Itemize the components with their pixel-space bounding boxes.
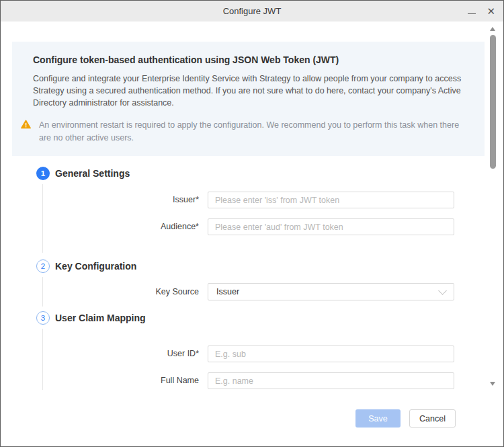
step-3-indicator: 3: [36, 311, 50, 325]
titlebar: Configure JWT ✕: [1, 1, 503, 22]
user-id-input[interactable]: [208, 346, 454, 362]
full-name-input[interactable]: [208, 372, 454, 389]
user-id-label: User ID*: [1, 346, 199, 362]
audience-input[interactable]: [208, 218, 454, 235]
issuer-input[interactable]: [208, 192, 454, 208]
intro-description: Configure and integrate your Enterprise …: [33, 73, 464, 109]
configure-jwt-dialog: Configure JWT ✕ Configure token-based au…: [0, 0, 504, 447]
footer-buttons: Save Cancel: [355, 409, 456, 428]
full-name-label: Full Name: [1, 372, 199, 389]
cancel-button[interactable]: Cancel: [409, 409, 456, 428]
window-controls: ✕: [468, 1, 495, 22]
minimize-button[interactable]: [468, 7, 476, 16]
key-source-value: Issuer: [216, 287, 439, 296]
section-title-user-claim-mapping: User Claim Mapping: [55, 313, 146, 323]
save-button[interactable]: Save: [355, 409, 401, 428]
restart-warning: An environment restart is required to ap…: [21, 119, 464, 143]
vertical-scrollbar[interactable]: [488, 23, 498, 390]
scroll-down-arrow-icon[interactable]: [490, 382, 495, 386]
intro-heading: Configure token-based authentication usi…: [33, 54, 464, 65]
scrollbar-thumb[interactable]: [490, 35, 496, 169]
section-title-key-configuration: Key Configuration: [55, 261, 136, 272]
dialog-content: Configure token-based authentication usi…: [1, 22, 503, 391]
audience-label: Audience*: [1, 218, 199, 235]
chevron-down-icon: [438, 286, 447, 295]
intro-panel: Configure token-based authentication usi…: [12, 42, 485, 156]
close-button[interactable]: ✕: [487, 1, 495, 22]
section-title-general-settings: General Settings: [55, 168, 130, 179]
step-2-indicator: 2: [36, 259, 50, 273]
dialog-footer: Save Cancel: [1, 390, 503, 446]
issuer-label: Issuer*: [1, 192, 199, 208]
step-1-indicator: 1: [36, 167, 50, 180]
warning-triangle-icon: [21, 120, 31, 132]
key-source-label: Key Source: [1, 283, 199, 300]
window-title: Configure JWT: [1, 1, 503, 22]
minimize-icon: [468, 13, 476, 14]
scroll-up-arrow-icon[interactable]: [490, 27, 495, 31]
key-source-select[interactable]: Issuer: [208, 283, 454, 300]
warning-text: An environment restart is required to ap…: [39, 119, 464, 143]
